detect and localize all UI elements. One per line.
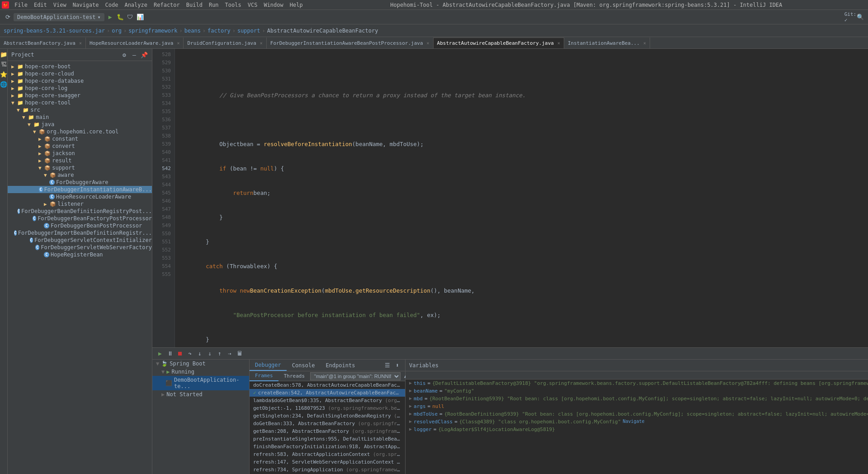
menu-navigate[interactable]: Navigate xyxy=(70,1,102,9)
var-resolvedClass[interactable]: ▶ resolvedClass = {Class@4389} "class or… xyxy=(406,418,868,426)
tab-InstantiationAware[interactable]: InstantiationAwareBea... × xyxy=(564,38,650,48)
tree-item-ForDebuggerInstantiation[interactable]: C ForDebuggerInstantiationAwareB... xyxy=(8,186,152,193)
menu-window[interactable]: Window xyxy=(261,1,286,9)
project-pin[interactable]: 📌 xyxy=(140,51,148,59)
tab-console[interactable]: Console xyxy=(287,360,321,370)
close-icon[interactable]: × xyxy=(427,41,429,46)
bc-beans[interactable]: beans xyxy=(184,28,201,34)
debug-step-into[interactable]: ↓ xyxy=(196,350,204,358)
tab-frames[interactable]: Frames xyxy=(250,371,278,381)
close-icon[interactable]: × xyxy=(177,41,179,46)
menu-file[interactable]: File xyxy=(12,1,30,9)
frame-finishBean[interactable]: finishBeanFactoryInitialization:918, Abs… xyxy=(250,443,405,450)
bc-org[interactable]: org xyxy=(112,28,122,34)
tree-item-hope-core-boot[interactable]: ▶ 📁 hope-core-boot xyxy=(8,63,152,70)
tree-item-HopeResourceLoaderAware[interactable]: C HopeResourceLoaderAware xyxy=(8,193,152,200)
tree-item-HopeRegisterBean[interactable]: C HopeRegisterBean xyxy=(8,251,152,258)
tab-threads[interactable]: Threads xyxy=(278,371,310,381)
tree-item-ForDebuggerServletContext[interactable]: C ForDebuggerServletContextInitializer xyxy=(8,237,152,244)
debug-force-step-into[interactable]: ⇓ xyxy=(206,350,214,358)
frame-createBean[interactable]: ✓createBean:542, AbstractAutowireCapable… xyxy=(250,389,405,397)
menu-code[interactable]: Code xyxy=(103,1,121,9)
tree-item-org[interactable]: ▼ 📦 org.hopehomi.core.tool xyxy=(8,128,152,135)
tree-item-result[interactable]: ▶ 📦 result xyxy=(8,157,152,164)
svc-running[interactable]: ▼ ▶ Running xyxy=(152,368,249,376)
debug-run-to-cursor[interactable]: ⇢ xyxy=(226,350,234,358)
tree-item-ForDebuggerBeanDef[interactable]: C ForDebuggerBeanDefinitionRegistryPost.… xyxy=(8,208,152,215)
frame-preInstantiate[interactable]: preInstantiateSingletons:955, DefaultLis… xyxy=(250,435,405,443)
tree-item-ForDebuggerBeanPost[interactable]: C ForDebuggerBeanPostProcessor xyxy=(8,222,152,229)
debug-button[interactable]: 🐛 xyxy=(116,13,124,21)
structure-icon[interactable]: 🏗 xyxy=(0,61,7,68)
var-logger[interactable]: ▶ logger = {LogAdapter$Slf4jLocationAwar… xyxy=(406,426,868,433)
tree-item-java[interactable]: ▼ 📁 java xyxy=(8,121,152,128)
svc-not-started[interactable]: ▶ Not Started xyxy=(152,390,249,398)
close-icon[interactable]: × xyxy=(557,41,560,46)
navigate-link[interactable]: Navigate xyxy=(623,419,644,424)
var-mbdToUse[interactable]: ▶ mbdToUse = {RootBeanDefinition@5939} "… xyxy=(406,410,868,418)
tree-item-hope-core-cloud[interactable]: ▶ 📁 hope-core-cloud xyxy=(8,70,152,77)
close-icon[interactable]: × xyxy=(260,41,263,46)
run-config-selector[interactable]: DemoBootApplication-test ▾ xyxy=(14,13,104,21)
tree-item-jackson[interactable]: ▶ 📦 jackson xyxy=(8,150,152,157)
tree-item-hope-core-database[interactable]: ▶ 📁 hope-core-database xyxy=(8,77,152,85)
tree-item-listener[interactable]: ▶ 📦 listener xyxy=(8,200,152,208)
code-text[interactable]: // Give BeanPostProcessors a chance to r… xyxy=(175,49,868,347)
var-mbd[interactable]: ▶ mbd = {RootBeanDefinition@5939} "Root … xyxy=(406,395,868,403)
tree-item-ForDebuggerServletWeb[interactable]: C ForDebuggerServletWebServerFactory xyxy=(8,244,152,251)
bc-springframework[interactable]: springframework xyxy=(128,28,177,34)
frame-getObject[interactable]: getObject:-1, 1168079523 (org.springfram… xyxy=(250,404,405,412)
debug-step-over[interactable]: ↷ xyxy=(186,350,194,358)
close-icon[interactable]: × xyxy=(643,41,646,46)
menu-vcs[interactable]: VCS xyxy=(245,1,260,9)
menu-view[interactable]: View xyxy=(51,1,69,9)
frame-doGetBean[interactable]: doGetBean:333, AbstractBeanFactory (org.… xyxy=(250,420,405,427)
var-beanName[interactable]: ▶ beanName = "myConfig" xyxy=(406,387,868,395)
bc-jar[interactable]: spring-beans-5.3.21-sources.jar xyxy=(4,28,105,34)
run-button[interactable]: ▶ xyxy=(106,13,114,21)
frame-doCreateBean[interactable]: doCreateBean:578, AbstractAutowireCapabl… xyxy=(250,381,405,389)
menu-tools[interactable]: Tools xyxy=(222,1,244,9)
debugger-collapse[interactable]: ⬍ xyxy=(393,361,401,370)
coverage-button[interactable]: 🛡 xyxy=(126,13,134,21)
tree-item-hope-core-tool[interactable]: ▼ 📁 hope-core-tool xyxy=(8,99,152,106)
project-settings[interactable]: ⚙ xyxy=(120,51,128,59)
tree-item-convert[interactable]: ▶ 📦 convert xyxy=(8,142,152,150)
tab-ForDebugger[interactable]: ForDebuggerInstantiationAwareBeanPostPro… xyxy=(267,38,434,48)
menu-run[interactable]: Run xyxy=(206,1,222,9)
tree-item-hope-core-swagger[interactable]: ▶ 📁 hope-core-swagger xyxy=(8,92,152,99)
project-icon[interactable]: 📁 xyxy=(0,51,7,58)
menu-refactor[interactable]: Refactor xyxy=(151,1,183,9)
tab-AbstractBeanFactory[interactable]: AbstractBeanFactory.java × xyxy=(0,38,86,48)
tree-item-constant[interactable]: ▶ 📦 constant xyxy=(8,135,152,142)
tree-item-ForDebuggerImport[interactable]: C ForDebuggerImportBeanDefinitionRegistr… xyxy=(8,229,152,237)
svc-spring-boot[interactable]: ▼ 🍃 Spring Boot xyxy=(152,360,249,368)
tree-item-src[interactable]: ▼ 📁 src xyxy=(8,106,152,114)
tab-DruidConfiguration[interactable]: DruidConfiguration.java × xyxy=(184,38,266,48)
project-collapse[interactable]: — xyxy=(130,51,138,59)
bc-support[interactable]: support xyxy=(237,28,260,34)
tab-AbstractAutowire[interactable]: AbstractAutowireCapableBeanFactory.java … xyxy=(434,38,564,48)
tree-item-aware[interactable]: ▼ 📦 aware xyxy=(8,171,152,179)
tab-HopeResourceLoaderAware[interactable]: HopeResourceLoaderAware.java × xyxy=(86,38,184,48)
menu-build[interactable]: Build xyxy=(184,1,205,9)
git-update[interactable]: Git: ✓ xyxy=(846,13,854,21)
var-this[interactable]: ▶ this = {DefaultListableBeanFactory@391… xyxy=(406,379,868,387)
debugger-filter[interactable]: ☰ xyxy=(383,361,392,370)
debug-pause[interactable]: ⏸ xyxy=(166,350,174,358)
tree-item-ForDebuggerAware[interactable]: C ForDebuggerAware xyxy=(8,179,152,186)
web-icon[interactable]: 🌐 xyxy=(0,81,7,88)
tab-debugger[interactable]: Debugger xyxy=(250,360,287,371)
var-args[interactable]: ▶ args = null xyxy=(406,403,868,410)
menu-analyze[interactable]: Analyze xyxy=(122,1,150,9)
menu-edit[interactable]: Edit xyxy=(31,1,50,9)
toolbar-search[interactable]: 🔍 xyxy=(856,13,864,21)
debug-step-out[interactable]: ↑ xyxy=(216,350,224,358)
frame-refresh583[interactable]: refresh:583, AbstractApplicationContext … xyxy=(250,450,405,458)
tree-item-hope-core-log[interactable]: ▶ 📁 hope-core-log xyxy=(8,85,152,92)
svc-demo-app[interactable]: ⬛ DemoBootApplication-te... xyxy=(152,376,249,390)
profile-button[interactable]: 📊 xyxy=(136,13,144,21)
frame-lambda[interactable]: lambda$doGetBean$0:335, AbstractBeanFact… xyxy=(250,397,405,404)
frame-refresh734[interactable]: refresh:734, SpringApplication (org.spri… xyxy=(250,466,405,474)
tree-item-support[interactable]: ▼ 📦 support xyxy=(8,164,152,171)
